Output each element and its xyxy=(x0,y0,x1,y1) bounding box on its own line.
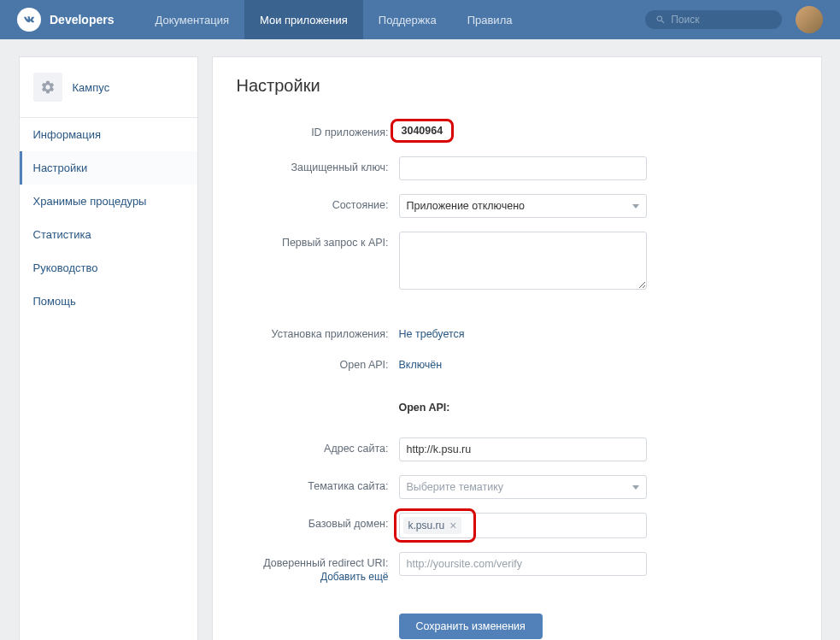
save-button[interactable]: Сохранить изменения xyxy=(399,614,543,639)
site-address-input[interactable] xyxy=(399,437,647,461)
sidebar-item-procedures[interactable]: Хранимые процедуры xyxy=(20,185,197,218)
first-api-textarea[interactable] xyxy=(399,232,647,290)
nav-my-apps[interactable]: Мои приложения xyxy=(244,0,363,39)
domain-tag-label: k.psu.ru xyxy=(408,520,445,531)
chevron-down-icon xyxy=(632,204,639,208)
sidebar-header: Кампус xyxy=(20,57,197,118)
open-api-heading: Open API: xyxy=(399,402,647,414)
top-navbar: Developers Документация Мои приложения П… xyxy=(0,0,840,39)
install-label: Установка приложения: xyxy=(237,323,399,340)
sidebar: Кампус Информация Настройки Хранимые про… xyxy=(19,56,198,640)
gear-icon xyxy=(33,73,62,102)
base-domain-input[interactable]: k.psu.ru × xyxy=(399,513,647,538)
nav-support[interactable]: Поддержка xyxy=(363,0,452,39)
close-icon[interactable]: × xyxy=(449,520,456,531)
secret-key-input[interactable] xyxy=(399,156,647,180)
vk-logo-icon[interactable] xyxy=(17,8,41,32)
first-api-label: Первый запрос к API: xyxy=(237,232,399,249)
redirect-uri-input[interactable] xyxy=(399,552,647,576)
sidebar-item-settings[interactable]: Настройки xyxy=(20,151,197,185)
base-domain-label: Базовый домен: xyxy=(237,513,399,530)
app-name-label[interactable]: Кампус xyxy=(73,81,110,94)
app-id-label: ID приложения: xyxy=(237,121,399,138)
page-title: Настройки xyxy=(237,76,797,96)
main-panel: Настройки ID приложения: 3040964 Защищен… xyxy=(212,56,822,640)
site-theme-placeholder: Выберите тематику xyxy=(407,481,504,493)
brand-label: Developers xyxy=(50,13,114,26)
app-id-value: 3040964 xyxy=(391,119,455,143)
install-value-link[interactable]: Не требуется xyxy=(399,328,465,340)
status-label: Состояние: xyxy=(237,194,399,211)
sidebar-item-statistics[interactable]: Статистика xyxy=(20,218,197,251)
status-select-value: Приложение отключено xyxy=(407,200,526,212)
site-address-label: Адрес сайта: xyxy=(237,437,399,455)
redirect-label: Доверенный redirect URI: Добавить ещё xyxy=(237,552,399,583)
search-icon xyxy=(655,14,666,26)
status-select[interactable]: Приложение отключено xyxy=(399,194,647,218)
domain-tag: k.psu.ru × xyxy=(403,517,462,534)
user-avatar[interactable] xyxy=(796,6,823,33)
search-input[interactable] xyxy=(671,14,772,26)
secret-key-label: Защищенный ключ: xyxy=(237,156,399,173)
sidebar-item-guide[interactable]: Руководство xyxy=(20,251,197,285)
sidebar-item-help[interactable]: Помощь xyxy=(20,285,197,318)
site-theme-label: Тематика сайта: xyxy=(237,475,399,492)
top-nav: Документация Мои приложения Поддержка Пр… xyxy=(139,0,527,39)
add-more-link[interactable]: Добавить ещё xyxy=(237,571,389,583)
nav-documentation[interactable]: Документация xyxy=(139,0,244,39)
logo-area: Developers xyxy=(17,8,114,32)
open-api-label: Open API: xyxy=(237,354,399,371)
sidebar-item-info[interactable]: Информация xyxy=(20,118,197,151)
search-box[interactable] xyxy=(645,10,782,29)
chevron-down-icon xyxy=(632,485,639,490)
open-api-value-link[interactable]: Включён xyxy=(399,359,443,371)
nav-rules[interactable]: Правила xyxy=(452,0,528,39)
site-theme-select[interactable]: Выберите тематику xyxy=(399,475,647,499)
